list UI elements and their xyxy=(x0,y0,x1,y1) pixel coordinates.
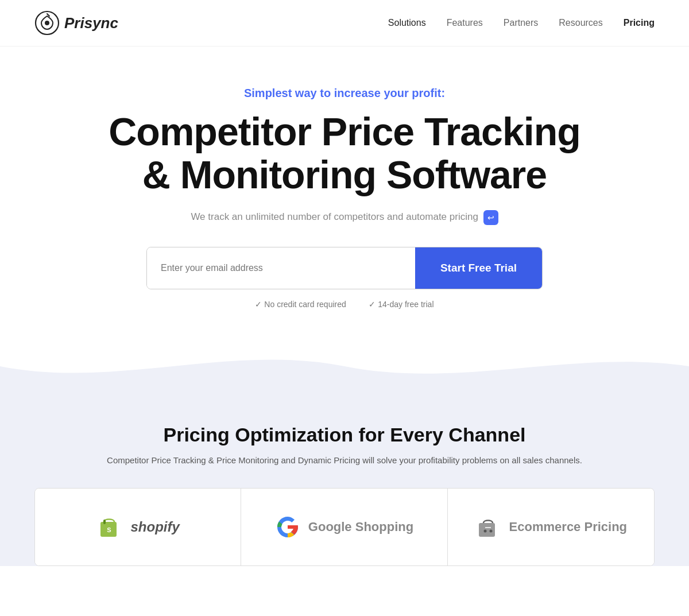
svg-point-1 xyxy=(45,21,49,25)
channel-cards: S shopify Google Shopping xyxy=(34,488,655,566)
nav-resources[interactable]: Resources xyxy=(559,18,602,28)
ecommerce-icon xyxy=(475,514,501,540)
hero-subtitle: Simplest way to increase your profit: xyxy=(34,87,655,100)
start-trial-button[interactable]: Start Free Trial xyxy=(415,247,542,289)
nav-features[interactable]: Features xyxy=(447,18,483,28)
no-cc-note: ✓ No credit card required xyxy=(255,300,346,309)
ecommerce-label: Ecommerce Pricing xyxy=(509,520,627,534)
hero-content: Simplest way to increase your profit: Co… xyxy=(0,47,689,343)
logo-link[interactable]: Prisync xyxy=(34,10,118,36)
svg-point-10 xyxy=(489,529,492,532)
cta-form: Start Free Trial xyxy=(146,247,543,289)
wave-divider xyxy=(0,343,689,389)
google-shopping-label: Google Shopping xyxy=(308,520,413,534)
nav-solutions[interactable]: Solutions xyxy=(388,18,426,28)
hero-title: Competitor Price Tracking & Monitoring S… xyxy=(34,110,655,196)
shopify-card[interactable]: S shopify xyxy=(35,489,241,565)
nav-pricing[interactable]: Pricing xyxy=(624,18,655,28)
trial-note: ✓ 14-day free trial xyxy=(369,300,433,309)
ecommerce-card[interactable]: Ecommerce Pricing xyxy=(448,489,654,565)
email-input[interactable] xyxy=(147,247,415,289)
logo-text: Prisync xyxy=(64,14,118,32)
bottom-section: Pricing Optimization for Every Channel C… xyxy=(0,389,689,566)
hero-section: Simplest way to increase your profit: Co… xyxy=(0,47,689,343)
navigation: Prisync Solutions Features Partners Reso… xyxy=(0,0,689,47)
hero-title-line1: Competitor Price Tracking xyxy=(109,110,580,153)
shopify-label: shopify xyxy=(130,519,179,535)
bottom-description: Competitor Price Tracking & Price Monito… xyxy=(86,455,603,465)
hero-title-line2: & Monitoring Software xyxy=(142,153,547,196)
nav-partners[interactable]: Partners xyxy=(504,18,538,28)
svg-rect-8 xyxy=(479,523,495,537)
shopify-icon: S xyxy=(96,514,122,540)
google-icon xyxy=(275,514,300,540)
svg-point-9 xyxy=(483,529,486,532)
svg-text:S: S xyxy=(107,526,111,533)
cta-note: ✓ No credit card required ✓ 14-day free … xyxy=(34,300,655,309)
bottom-title: Pricing Optimization for Every Channel xyxy=(34,424,655,446)
google-shopping-card[interactable]: Google Shopping xyxy=(241,489,447,565)
arrow-icon: ↩ xyxy=(483,210,498,225)
note-separator xyxy=(355,300,360,309)
svg-rect-5 xyxy=(103,520,106,524)
nav-links: Solutions Features Partners Resources Pr… xyxy=(388,18,655,28)
hero-description: We track an unlimited number of competit… xyxy=(34,210,655,225)
logo-icon xyxy=(34,10,60,36)
